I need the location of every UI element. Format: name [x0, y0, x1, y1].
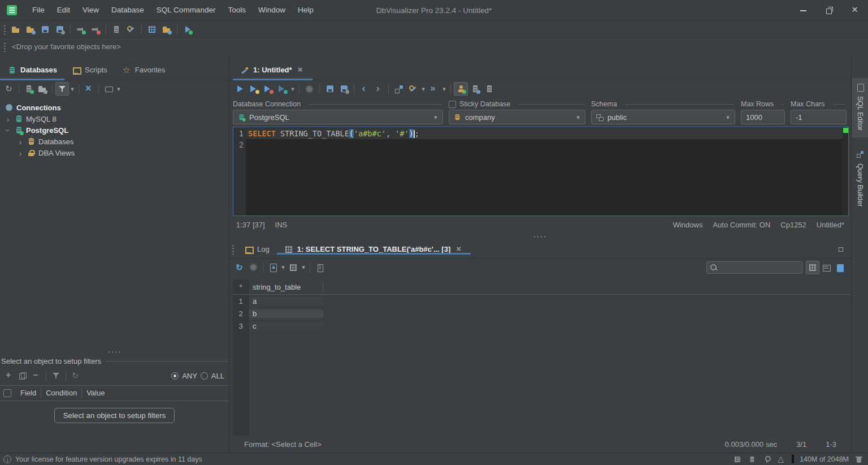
corner-header-cell[interactable]: * [233, 283, 249, 291]
export-button[interactable] [159, 23, 174, 36]
continue-on-error-button[interactable] [427, 82, 441, 96]
filter-splitter-handle[interactable] [107, 351, 122, 354]
line-ending-indicator[interactable]: Windows [673, 221, 703, 229]
form-view-toggle[interactable] [819, 261, 833, 274]
row-number-cell[interactable]: 1 [233, 297, 249, 305]
filter-select-all-checkbox[interactable] [3, 389, 11, 397]
tree-item-postgresql[interactable]: PostgreSQL [0, 124, 229, 136]
result-search-box[interactable] [706, 261, 802, 274]
editor-results-splitter[interactable] [229, 233, 851, 240]
history-forward-button[interactable] [371, 82, 385, 96]
edit-mode-button[interactable] [833, 261, 847, 274]
stop-result-button[interactable] [246, 261, 260, 274]
editor-save-button[interactable] [323, 82, 337, 96]
menu-sql-commander[interactable]: SQL Commander [150, 0, 222, 20]
menu-window[interactable]: Window [252, 0, 292, 20]
favorites-drop-bar[interactable]: <Drop your favorite objects here> [0, 37, 868, 55]
toolbar-grip[interactable] [3, 24, 6, 35]
maximize-results-button[interactable] [834, 243, 848, 256]
tab-databases[interactable]: Databases [0, 60, 64, 80]
driver-manager-button[interactable] [180, 23, 195, 36]
create-folder-button[interactable] [36, 82, 49, 96]
menu-edit[interactable]: Edit [51, 0, 76, 20]
menu-file[interactable]: File [26, 0, 51, 20]
close-result-tab-icon[interactable] [454, 245, 463, 254]
grid-options-button[interactable] [287, 261, 300, 274]
garbage-collect-icon[interactable] [854, 455, 863, 464]
object-view-button[interactable] [102, 82, 115, 96]
menu-database[interactable]: Database [105, 0, 150, 20]
tab-result-set[interactable]: 1: SELECT STRING_TO_TABLE('a#b#c'... [3] [277, 245, 471, 254]
database-connection-select[interactable]: PostgreSQL [233, 110, 443, 124]
close-tab-icon[interactable] [296, 66, 305, 75]
editor-scroll-strip[interactable] [843, 127, 848, 216]
value-cell[interactable]: a [249, 297, 323, 305]
minimize-button[interactable] [790, 0, 816, 20]
grid-dropdown-chevron[interactable] [300, 264, 307, 271]
max-rows-input[interactable]: 1000 [741, 110, 785, 124]
tree-root-connections[interactable]: Connections [0, 102, 229, 113]
refresh-tree-button[interactable] [2, 82, 16, 96]
history-back-button[interactable] [357, 82, 371, 96]
menu-view[interactable]: View [76, 0, 105, 20]
sql-editor-area[interactable]: 1 2 SELECT STRING_TO_TABLE('a#b#c', '#')… [233, 127, 849, 216]
column-header-string-to-table[interactable]: string_to_table [249, 282, 323, 292]
tree-item-databases[interactable]: Databases [0, 136, 229, 147]
status-grid-icon[interactable] [734, 455, 741, 463]
results-grip[interactable] [232, 244, 235, 255]
code-line-1[interactable]: SELECT STRING_TO_TABLE('a#b#c', '#'); [248, 128, 843, 139]
status-pin-icon[interactable] [762, 455, 771, 464]
expand-chevron-icon[interactable] [17, 137, 24, 147]
connect-button[interactable] [73, 23, 88, 36]
add-row-button[interactable] [109, 23, 124, 36]
license-notice[interactable]: Your license for feature version upgrade… [15, 455, 202, 463]
bind-variables-button[interactable] [392, 82, 406, 96]
open-recent-button[interactable] [23, 23, 38, 36]
export-result-button[interactable] [266, 261, 280, 274]
grid-view-button[interactable] [145, 23, 159, 36]
database-select[interactable]: company [449, 110, 585, 124]
filter-dropdown-chevron[interactable] [69, 85, 76, 93]
expand-chevron-icon[interactable] [17, 148, 24, 158]
value-cell[interactable]: b [249, 309, 323, 318]
tool-properties-button[interactable] [124, 23, 138, 36]
collapse-all-button[interactable] [82, 82, 96, 96]
apply-filter-button[interactable] [49, 369, 63, 382]
tree-item-dba-views[interactable]: DBA Views [0, 147, 229, 158]
menu-tools[interactable]: Tools [222, 0, 252, 20]
close-button[interactable] [842, 0, 868, 20]
rollback-button[interactable] [482, 82, 496, 96]
execute-buffer-button[interactable] [261, 82, 275, 96]
sticky-database-checkbox[interactable] [449, 101, 456, 108]
save-as-button[interactable] [53, 23, 67, 36]
status-warning-icon[interactable] [777, 455, 786, 464]
explain-plan-button[interactable] [275, 82, 289, 96]
any-radio[interactable] [171, 372, 179, 380]
tab-sql-editor[interactable]: SQL Editor [852, 78, 868, 137]
save-button[interactable] [38, 23, 53, 36]
copy-filter-button[interactable] [16, 369, 29, 382]
value-cell[interactable]: c [249, 322, 323, 330]
result-search-input[interactable] [718, 264, 809, 272]
add-filter-button[interactable] [2, 369, 16, 382]
collapse-chevron-icon[interactable] [5, 126, 11, 135]
tools-dropdown-chevron[interactable] [420, 85, 427, 93]
status-server-icon[interactable] [749, 455, 756, 463]
code-area[interactable]: SELECT STRING_TO_TABLE('a#b#c', '#'); [246, 127, 843, 216]
tab-untitled-editor[interactable]: 1: Untitled* [233, 60, 313, 80]
max-chars-input[interactable]: -1 [791, 110, 847, 124]
memory-indicator[interactable]: 140M of 2048M [800, 455, 849, 463]
expand-chevron-icon[interactable] [5, 114, 11, 124]
autocommit-indicator[interactable]: Auto Commit: ON [713, 221, 770, 229]
grid-view-toggle[interactable] [806, 261, 819, 274]
execute-current-button[interactable] [247, 82, 261, 96]
disconnect-button[interactable] [88, 23, 103, 36]
commit-button[interactable] [468, 82, 482, 96]
open-file-button[interactable] [8, 23, 23, 36]
refresh-filter-button[interactable] [69, 369, 83, 382]
all-radio[interactable] [201, 372, 208, 380]
create-connection-button[interactable] [22, 82, 36, 96]
row-number-cell[interactable]: 3 [233, 322, 249, 330]
editor-tools-button[interactable] [406, 82, 420, 96]
tab-favorites[interactable]: Favorites [115, 60, 172, 80]
